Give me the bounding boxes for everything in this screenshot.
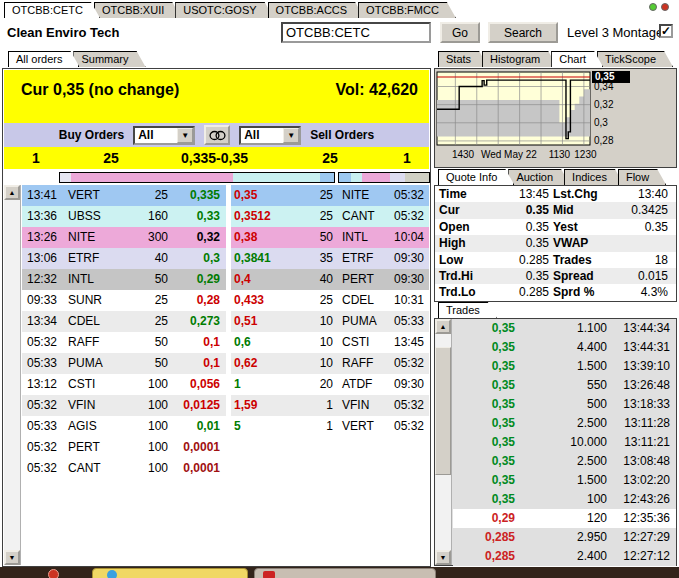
sell-size: 40 [293, 269, 333, 290]
level3-montage-checkbox[interactable]: ✓ [659, 24, 673, 38]
symbol-tab-bar: OTCBB:CETCOTCBB:XUIIUSOTC:GOSYOTCBB:ACCS… [4, 2, 450, 18]
scroll-down-button[interactable]: ▼ [4, 550, 20, 565]
quote-value: 0.35 [491, 235, 553, 251]
quote-label: Trd.Lo [439, 284, 491, 300]
trade-row[interactable]: 0,351.50013:02:20 [453, 471, 676, 490]
status-led-green-icon [649, 3, 657, 11]
svg-text:0,3: 0,3 [594, 117, 608, 128]
sell-mm-id: VFIN [333, 395, 385, 416]
buy-time: 05:32 [22, 395, 62, 416]
chart-tab-tickscope[interactable]: TickScope [597, 51, 673, 67]
trade-price: 0,285 [453, 547, 515, 566]
book-row[interactable]: 09:33SUNR250,280,43325CDEL10:31 [22, 290, 429, 311]
sell-price: 1 [231, 374, 293, 395]
symbol-tab-otcbb-xuii[interactable]: OTCBB:XUII [94, 2, 181, 18]
trade-row[interactable]: 0,351.50013:39:10 [453, 357, 676, 376]
trades-scrollbar[interactable]: ▲ ▼ [435, 319, 452, 565]
sell-time: 05:32 [385, 353, 429, 374]
scroll-down-button[interactable]: ▼ [435, 550, 451, 565]
trade-row[interactable]: 0,3510.00013:11:21 [453, 433, 676, 452]
trade-row[interactable]: 0,354.40013:44:31 [453, 338, 676, 357]
info-tab-indices[interactable]: Indices [564, 169, 624, 185]
buy-size: 40 [116, 248, 168, 269]
trades-panel: ▲ ▼ 0,351.10013:44:340,354.40013:44:310,… [434, 318, 677, 566]
taskbar-window-yellow[interactable] [92, 568, 248, 578]
trade-row[interactable]: 0,2912012:35:36 [453, 509, 676, 528]
sell-mm-id [333, 458, 385, 479]
buy-side: 05:32RAFF500,1 [22, 332, 226, 353]
svg-text:1430: 1430 [452, 149, 475, 160]
chevron-down-icon[interactable]: ▼ [177, 128, 193, 143]
book-row[interactable]: 05:32CANT1000,0001 [22, 458, 429, 479]
orders-tab-summary[interactable]: Summary [73, 51, 145, 67]
link-filters-button[interactable] [204, 125, 230, 145]
sell-orders-filter[interactable]: All ▼ [239, 126, 301, 145]
trade-row[interactable]: 0,3550013:18:33 [453, 395, 676, 414]
scrollbar-thumb[interactable] [435, 347, 451, 475]
info-tab-quote-info[interactable]: Quote Info [438, 169, 514, 185]
trade-price: 0,29 [453, 509, 515, 528]
sell-size: 1 [293, 395, 333, 416]
trade-row[interactable]: 0,2852.95012:27:29 [453, 528, 676, 547]
trade-row[interactable]: 0,2852.40012:27:12 [453, 547, 676, 566]
browser-logo-icon[interactable] [48, 569, 59, 578]
go-button[interactable]: Go [440, 22, 480, 43]
book-row[interactable]: 05:32RAFF500,10,610CSTI13:45 [22, 332, 429, 353]
symbol-input[interactable] [281, 22, 431, 43]
quote-label: Trades [553, 252, 619, 268]
book-row[interactable]: 05:32VFIN1000,01251,591VFIN05:32 [22, 395, 429, 416]
trade-row[interactable]: 0,352.50013:08:48 [453, 452, 676, 471]
orders-tab-all-orders[interactable]: All orders [8, 51, 79, 67]
symbol-tab-otcbb-fmcc[interactable]: OTCBB:FMCC [358, 2, 456, 18]
buy-time: 13:26 [22, 227, 62, 248]
chart-tab-chart[interactable]: Chart [551, 51, 603, 67]
info-tab-auction[interactable]: Auction [508, 169, 570, 185]
buy-price: 0,32 [168, 227, 226, 248]
book-row[interactable]: 13:12CSTI1000,056120ATDF09:30 [22, 374, 429, 395]
best-bid-ask-row: 1 25 0,335-0,35 25 1 [4, 147, 429, 169]
symbol-tab-otcbb-accs[interactable]: OTCBB:ACCS [268, 2, 365, 18]
book-row[interactable]: 13:06ETRF400,30,384135ETRF09:30 [22, 248, 429, 269]
trade-row[interactable]: 0,3555013:26:48 [453, 376, 676, 395]
buy-size: 160 [116, 206, 168, 227]
trade-time: 13:08:48 [607, 452, 670, 471]
sell-mm-id: NITE [333, 185, 385, 206]
chart-tab-histogram[interactable]: Histogram [482, 51, 557, 67]
symbol-tab-usotc-gosy[interactable]: USOTC:GOSY [175, 2, 273, 18]
book-row[interactable]: 13:34CDEL250,2730,5110PUMA05:33 [22, 311, 429, 332]
chevron-down-icon[interactable]: ▼ [283, 128, 299, 143]
level2-montage-window: OTCBB:CETCOTCBB:XUIIUSOTC:GOSYOTCBB:ACCS… [0, 0, 679, 578]
trade-row[interactable]: 0,351.10013:44:34 [453, 319, 676, 338]
book-row[interactable]: 13:41VERT250,3350,3525NITE05:32 [22, 185, 429, 206]
book-row[interactable]: 05:33AGIS1000,0151VERT05:32 [22, 416, 429, 437]
buy-time: 13:06 [22, 248, 62, 269]
trade-size: 2.950 [515, 528, 607, 547]
buy-orders-filter[interactable]: All ▼ [133, 126, 195, 145]
book-scrollbar[interactable]: ▲ ▼ [4, 185, 21, 565]
trade-time: 13:11:28 [607, 414, 670, 433]
taskbar-window-gray[interactable] [254, 568, 436, 578]
trade-price: 0,35 [453, 319, 515, 338]
info-tab-flow[interactable]: Flow [618, 169, 666, 185]
search-button[interactable]: Search [488, 22, 558, 43]
scroll-up-button[interactable]: ▲ [4, 185, 20, 200]
trade-time: 13:02:20 [607, 471, 670, 490]
trade-size: 1.500 [515, 357, 607, 376]
chart-tab-stats[interactable]: Stats [438, 51, 488, 67]
trade-row[interactable]: 0,352.50013:11:28 [453, 414, 676, 433]
book-row[interactable]: 12:32INTL500,290,440PERT09:30 [22, 269, 429, 290]
quote-label: VWAP [553, 235, 619, 251]
book-row[interactable]: 13:36UBSS1600,330,351225CANT05:32 [22, 206, 429, 227]
book-row[interactable]: 13:26NITE3000,320,3850INTL10:04 [22, 227, 429, 248]
tab-trades[interactable]: Trades [438, 302, 497, 318]
scroll-up-button[interactable]: ▲ [435, 319, 451, 334]
buy-mm-id: PERT [62, 437, 116, 458]
sell-price: 0,62 [231, 353, 293, 374]
trade-row[interactable]: 0,3510012:43:26 [453, 490, 676, 509]
sell-size: 10 [293, 353, 333, 374]
book-row[interactable]: 05:33PUMA500,10,6210RAFF05:32 [22, 353, 429, 374]
buy-side: 05:32CANT1000,0001 [22, 458, 226, 479]
symbol-tab-otcbb-cetc[interactable]: OTCBB:CETC [4, 2, 100, 18]
book-row[interactable]: 05:32PERT1000,0001 [22, 437, 429, 458]
buy-price: 0,0001 [168, 437, 226, 458]
